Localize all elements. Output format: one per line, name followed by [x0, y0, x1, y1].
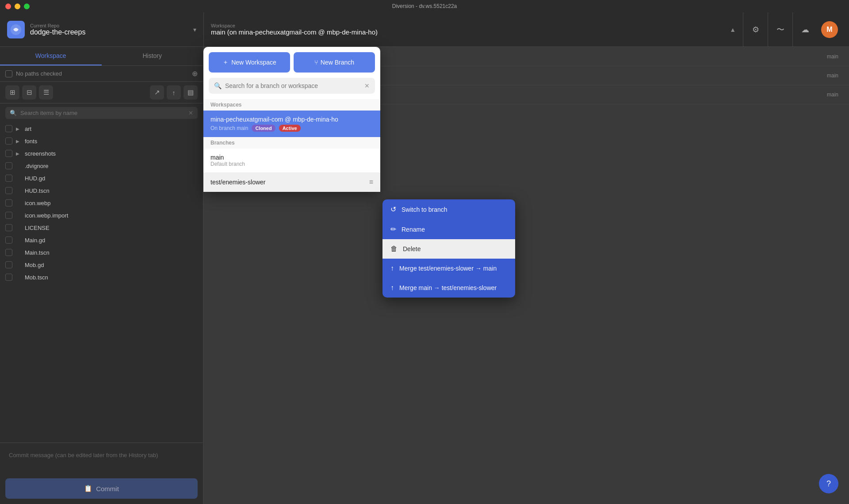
fullscreen-button[interactable] — [24, 4, 30, 9]
workspace-list-item[interactable]: mina-pecheuxatgmail-com @ mbp-de-mina-ho… — [203, 111, 380, 137]
search-input[interactable] — [20, 110, 185, 116]
new-branch-button[interactable]: ⑂ New Branch — [294, 52, 375, 73]
help-icon: ? — [826, 479, 831, 489]
file-name: art — [25, 126, 31, 132]
commit-area: Commit message (can be edited later from… — [0, 443, 203, 504]
list-item[interactable]: Main.gd — [0, 234, 203, 246]
merge-from-main-item[interactable]: ↑ Merge main → test/enemies-slower — [382, 278, 515, 298]
list-item[interactable]: ▶ screenshots — [0, 147, 203, 160]
delete-icon: 🗑 — [390, 245, 398, 253]
rename-item[interactable]: ✏ Rename — [382, 219, 515, 239]
cloned-badge: Cloned — [252, 125, 275, 132]
download-button[interactable]: ▤ — [184, 85, 198, 99]
list-item[interactable]: .dvignore — [0, 160, 203, 172]
view-grid-button[interactable]: ⊞ — [5, 85, 19, 99]
search-clear-icon[interactable]: ✕ — [364, 82, 370, 89]
paths-checkbox[interactable] — [5, 70, 12, 77]
minimize-button[interactable] — [15, 4, 20, 9]
analytics-button[interactable]: 〜 — [768, 12, 792, 47]
branch-icon: ⑂ — [314, 59, 318, 66]
upload-button[interactable]: ↑ — [167, 85, 181, 99]
commit-button[interactable]: 📋 Commit — [5, 478, 198, 499]
list-item[interactable]: ▶ art — [0, 122, 203, 135]
list-item[interactable]: Mob.gd — [0, 259, 203, 271]
search-bar: 🔍 ✕ — [5, 107, 198, 119]
file-checkbox[interactable] — [5, 249, 12, 256]
cloud-button[interactable]: ☁ — [792, 12, 817, 47]
file-name: HUD.tscn — [25, 187, 50, 194]
file-checkbox[interactable] — [5, 261, 12, 268]
delete-label: Delete — [403, 245, 421, 252]
merge-from-main-label: Merge main → test/enemies-slower — [399, 284, 497, 291]
file-name: Mob.tscn — [25, 274, 48, 281]
repo-name: dodge-the-creeps — [30, 28, 188, 36]
branch-info: main Default branch — [210, 154, 245, 167]
file-checkbox[interactable] — [5, 175, 12, 182]
branch-info: test/enemies-slower — [210, 179, 266, 186]
help-button[interactable]: ? — [819, 474, 838, 493]
traffic-lights — [5, 4, 30, 9]
file-name: screenshots — [25, 150, 56, 157]
app-container: Current Repo dodge-the-creeps ▾ Workspac… — [0, 12, 849, 504]
branch-list-item[interactable]: main Default branch — [203, 149, 380, 173]
search-clear-icon[interactable]: ✕ — [188, 110, 193, 116]
list-item[interactable]: HUD.gd — [0, 172, 203, 184]
commit-message-input[interactable]: Commit message (can be edited later from… — [5, 448, 198, 475]
file-checkbox[interactable] — [5, 212, 12, 219]
workspaces-section-label: Workspaces — [203, 99, 380, 111]
commit-label: Commit — [96, 485, 119, 493]
workspace-branch-text: On branch main — [210, 125, 248, 131]
file-checkbox[interactable] — [5, 137, 12, 145]
branch-list-item[interactable]: test/enemies-slower ≡ — [203, 173, 380, 192]
content-area: Workspace History No paths checked ⊕ ⊞ ⊟… — [0, 47, 849, 504]
file-name: LICENSE — [25, 225, 50, 231]
merge-to-main-label: Merge test/enemies-slower → main — [399, 265, 497, 272]
delete-item[interactable]: 🗑 Delete — [382, 239, 515, 259]
branches-section-label: Branches — [203, 137, 380, 149]
merge-to-main-item[interactable]: ↑ Merge test/enemies-slower → main — [382, 259, 515, 278]
file-checkbox[interactable] — [5, 125, 12, 132]
list-item[interactable]: LICENSE — [0, 221, 203, 234]
branch-name: main — [210, 154, 245, 161]
list-item[interactable]: Main.tscn — [0, 246, 203, 259]
close-button[interactable] — [5, 4, 11, 9]
file-checkbox[interactable] — [5, 199, 12, 206]
dropdown-search-input[interactable] — [225, 82, 361, 89]
list-item[interactable]: icon.webp.import — [0, 209, 203, 221]
history-branch: main — [827, 53, 838, 60]
file-name: Mob.gd — [25, 262, 44, 268]
settings-button[interactable]: ⚙ — [743, 12, 768, 47]
merge-icon: ↑ — [390, 284, 394, 292]
workspace-item-meta: On branch main Cloned Active — [210, 125, 373, 132]
workspace-chevron-icon[interactable]: ▲ — [730, 26, 736, 33]
list-item[interactable]: icon.webp — [0, 197, 203, 209]
avatar-button[interactable]: M — [817, 12, 842, 47]
file-checkbox[interactable] — [5, 162, 12, 169]
dropdown-header: ＋ New Workspace ⑂ New Branch — [203, 47, 380, 78]
repo-chevron-icon[interactable]: ▾ — [193, 26, 196, 33]
sidebar-tabs: Workspace History — [0, 47, 203, 66]
list-item[interactable]: ▶ fonts — [0, 135, 203, 147]
header-bar: Current Repo dodge-the-creeps ▾ Workspac… — [0, 12, 849, 47]
list-item[interactable]: HUD.tscn — [0, 184, 203, 197]
tab-workspace[interactable]: Workspace — [0, 47, 102, 65]
view-split-button[interactable]: ⊟ — [22, 85, 36, 99]
branch-menu-icon[interactable]: ≡ — [369, 178, 373, 186]
file-checkbox[interactable] — [5, 224, 12, 231]
tab-history[interactable]: History — [102, 47, 203, 65]
switch-to-branch-item[interactable]: ↺ Switch to branch — [382, 199, 515, 219]
file-checkbox[interactable] — [5, 274, 12, 281]
file-checkbox[interactable] — [5, 150, 12, 157]
header-icons: ⚙ 〜 ☁ — [743, 12, 817, 47]
new-workspace-button[interactable]: ＋ New Workspace — [209, 52, 290, 73]
open-external-button[interactable]: ↗ — [150, 85, 164, 99]
file-checkbox[interactable] — [5, 187, 12, 194]
workspace-label: Workspace — [211, 23, 730, 28]
view-list-button[interactable]: ☰ — [39, 85, 53, 99]
repo-label: Current Repo — [30, 23, 188, 28]
list-item[interactable]: Mob.tscn — [0, 271, 203, 283]
main-area: Merge test/enemies-slower into main main… — [203, 47, 849, 504]
paths-icon[interactable]: ⊕ — [192, 69, 198, 78]
chevron-right-icon: ▶ — [16, 151, 21, 156]
file-checkbox[interactable] — [5, 237, 12, 244]
